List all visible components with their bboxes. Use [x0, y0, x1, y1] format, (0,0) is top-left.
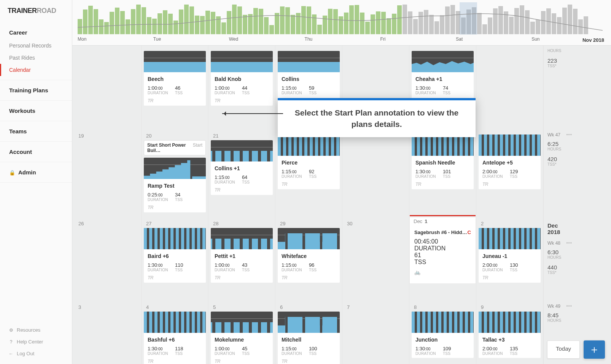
- calendar-cell[interactable]: [342, 129, 409, 217]
- workout-duration: 1:15:00: [282, 85, 302, 91]
- nav-training-plans[interactable]: Training Plans: [0, 80, 72, 101]
- workout-card[interactable]: Beech1:00:00DURATION46TSSTR: [144, 51, 206, 106]
- nav-career[interactable]: Career: [0, 25, 72, 40]
- calendar-cell[interactable]: Beech1:00:00DURATION46TSSTR: [142, 46, 208, 129]
- workout-card[interactable]: Mitchell1:15:00DURATION100TSSTR: [278, 312, 340, 364]
- workout-card[interactable]: Bashful +61:30:00DURATION118TSSTR: [144, 312, 206, 364]
- workout-card[interactable]: Mokelumne1:00:00DURATION45TSSTR: [211, 312, 273, 364]
- nav-admin[interactable]: 🔒Admin: [0, 162, 72, 183]
- workout-card[interactable]: Junction1:30:00DURATION109TSS: [412, 312, 474, 358]
- calendar-cell[interactable]: 21Collins +11:15:00DURATION64TSSTR: [208, 129, 275, 217]
- tr-badge: TR: [211, 95, 273, 103]
- calendar-cell[interactable]: 8Junction1:30:00DURATION109TSS: [409, 301, 476, 364]
- link-resources[interactable]: ⚙Resources: [0, 324, 72, 336]
- calendar-cell[interactable]: 2Juneau -12:00:00DURATION130TSSTR: [476, 217, 543, 301]
- calendar-cell[interactable]: Dec1Sagebrush #6 - Hidd…C00:45:00DURATIO…: [409, 217, 476, 301]
- workout-chart: [144, 228, 206, 249]
- calendar-cell[interactable]: 30: [342, 217, 409, 301]
- overview-chart[interactable]: MonTueWedThuFriSatSun Nov 2018: [72, 0, 611, 46]
- settings-icon: ⚙: [8, 328, 14, 333]
- workout-tss: 92: [309, 169, 317, 174]
- calendar-cell[interactable]: Pierce1:15:00DURATION92TSSTR: [275, 129, 342, 217]
- workout-card[interactable]: Collins +11:15:00DURATION64TSSTR: [211, 140, 273, 195]
- workout-card[interactable]: Spanish Needle1:30:00DURATION101TSSTR: [412, 135, 474, 189]
- workout-card[interactable]: Tallac +32:00:00DURATION135TSS: [479, 312, 541, 358]
- calendar-cell[interactable]: Bald Knob1:00:00DURATION44TSSTR: [208, 46, 275, 129]
- calendar-cell[interactable]: 20Start Short Power Buil…StartRamp Test0…: [142, 129, 208, 217]
- calendar-cell[interactable]: 4Bashful +61:30:00DURATION118TSSTR: [142, 301, 208, 364]
- workout-name: Bashful +6: [144, 333, 206, 343]
- nav-account[interactable]: Account: [0, 142, 72, 162]
- calendar-cell[interactable]: 27Baird +61:30:00DURATION110TSSTR: [142, 217, 208, 301]
- nav-teams[interactable]: Teams: [0, 121, 72, 142]
- nav-calendar[interactable]: Calendar: [0, 64, 72, 76]
- tr-badge: TR: [278, 179, 340, 187]
- calendar-cell[interactable]: 6Mitchell1:15:00DURATION100TSSTR: [275, 301, 342, 364]
- add-button[interactable]: ＋: [584, 340, 605, 359]
- calendar-grid[interactable]: Beech1:00:00DURATION46TSSTRBald Knob1:00…: [72, 46, 611, 364]
- link-help[interactable]: ?Help Center: [0, 336, 72, 348]
- workout-card[interactable]: Pettit +11:00:00DURATION43TSSTR: [211, 228, 273, 283]
- race-cell: Dec1Sagebrush #6 - Hidd…C00:45:00DURATIO…: [409, 217, 476, 284]
- calendar-cell[interactable]: 9Tallac +32:00:00DURATION135TSS: [476, 301, 543, 364]
- calendar-cell[interactable]: 29Whiteface1:15:00DURATION96TSSTR: [275, 217, 342, 301]
- week-summary[interactable]: Dec 2018Wk 48•••6:30HOURS440TSS*: [543, 217, 576, 301]
- workout-tss: 101: [443, 169, 451, 174]
- workout-tss: 100: [309, 346, 317, 351]
- more-icon[interactable]: •••: [566, 304, 572, 309]
- workout-card[interactable]: Cheaha +11:30:00DURATION74TSSTR: [412, 51, 474, 106]
- tr-badge: TR: [412, 179, 474, 187]
- race-card[interactable]: Sagebrush #6 - Hidd…C00:45:00DURATION61T…: [411, 225, 475, 279]
- workout-card[interactable]: Antelope +52:00:00DURATION129TSSTR: [479, 135, 541, 189]
- calendar-cell[interactable]: 5Mokelumne1:00:00DURATION45TSSTR: [208, 301, 275, 364]
- day-number: 30: [345, 219, 407, 228]
- day-number: 9: [479, 303, 541, 312]
- workout-card[interactable]: Ramp Test0:25:00DURATION34TSSTR: [144, 158, 206, 212]
- nav-workouts[interactable]: Workouts: [0, 101, 72, 121]
- week-summary[interactable]: HOURS223TSS*: [543, 46, 576, 129]
- calendar-cell[interactable]: Spanish Needle1:30:00DURATION101TSSTR: [409, 129, 476, 217]
- calendar-cell[interactable]: [476, 46, 543, 129]
- workout-name: Spanish Needle: [412, 156, 474, 166]
- summary-week: Wk 49•••: [547, 304, 572, 312]
- calendar-cell-mon[interactable]: 3: [74, 301, 142, 364]
- link-logout[interactable]: ←Log Out: [0, 348, 72, 359]
- plan-annotation[interactable]: Start Short Power Buil…Start: [144, 140, 206, 155]
- calendar-cell-mon[interactable]: [74, 46, 142, 129]
- more-icon[interactable]: •••: [566, 241, 572, 246]
- sidebar: TRAINERROAD Career Personal Records Past…: [0, 0, 72, 364]
- race-name: Sagebrush #6 - Hidd…: [414, 229, 467, 235]
- calendar-cell[interactable]: 7: [342, 301, 409, 364]
- today-button[interactable]: Today: [547, 340, 580, 359]
- workout-card[interactable]: Collins1:15:00DURATION59TSSTR: [278, 51, 340, 106]
- bottom-links: ⚙Resources ?Help Center ←Log Out: [0, 322, 72, 364]
- summary-tss: 420: [547, 156, 572, 162]
- workout-name: Mitchell: [278, 333, 340, 343]
- calendar-cell-mon[interactable]: 26: [74, 217, 142, 301]
- nav-personal-records[interactable]: Personal Records: [0, 40, 72, 52]
- more-icon[interactable]: •••: [566, 132, 572, 138]
- workout-name: Juneau -1: [479, 249, 541, 260]
- calendar-cell-mon[interactable]: 19: [74, 129, 142, 217]
- day-number: [278, 48, 340, 51]
- nav-past-rides[interactable]: Past Rides: [0, 52, 72, 64]
- workout-name: Collins: [278, 72, 340, 83]
- workout-card[interactable]: Bald Knob1:00:00DURATION44TSSTR: [211, 51, 273, 106]
- race-duration: 00:45:00: [414, 238, 471, 245]
- annotation-tag: Start: [193, 142, 202, 153]
- lock-icon: 🔒: [9, 170, 15, 176]
- day-number: [479, 48, 541, 51]
- workout-card[interactable]: Juneau -12:00:00DURATION130TSSTR: [479, 228, 541, 283]
- day-number: 6: [278, 303, 340, 312]
- calendar-row: 2627Baird +61:30:00DURATION110TSSTR28Pet…: [74, 217, 609, 301]
- logo[interactable]: TRAINERROAD: [0, 0, 72, 22]
- workout-card[interactable]: Whiteface1:15:00DURATION96TSSTR: [278, 228, 340, 283]
- calendar-cell[interactable]: 28Pettit +11:00:00DURATION43TSSTR: [208, 217, 275, 301]
- help-icon: ?: [8, 339, 14, 345]
- workout-card[interactable]: Baird +61:30:00DURATION110TSSTR: [144, 228, 206, 283]
- summary-hours: 6:30: [547, 249, 572, 255]
- callout-arrow-icon: [222, 113, 283, 114]
- week-summary[interactable]: Wk 47•••6:25HOURS420TSS*: [543, 129, 576, 217]
- calendar-cell[interactable]: Antelope +52:00:00DURATION129TSSTR: [476, 129, 543, 217]
- workout-card[interactable]: Pierce1:15:00DURATION92TSSTR: [278, 135, 340, 189]
